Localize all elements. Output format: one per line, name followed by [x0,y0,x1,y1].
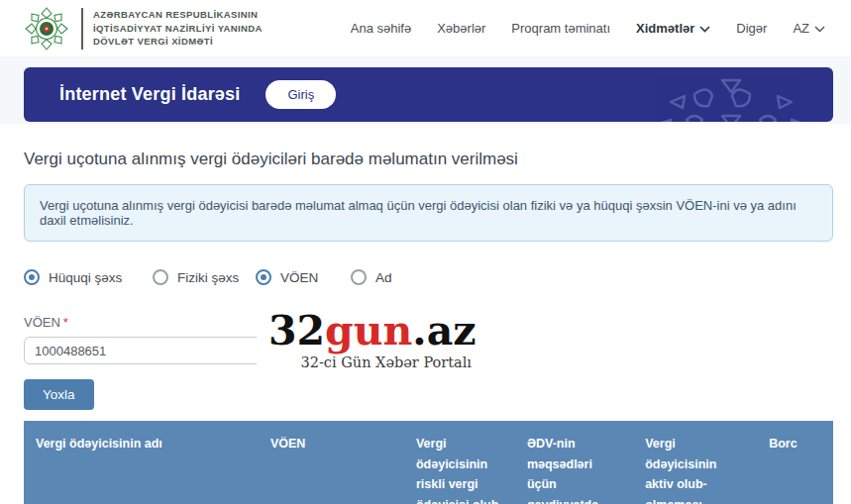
col-voen: VÖEN [259,421,404,504]
nav-services[interactable]: Xidmətlər [636,21,710,36]
col-risky-status: Vergi ödəyicisinin riskli vergi ödəyicis… [404,421,515,504]
check-button[interactable]: Yoxla [24,379,94,410]
col-debt: Borc [757,421,833,504]
table-header-row: Vergi ödəyicisinin adı VÖEN Vergi ödəyic… [24,421,833,504]
nav-other[interactable]: Digər [736,21,767,36]
brand-divider [81,8,83,50]
radio-name-circle[interactable] [351,269,367,285]
state-tax-service-emblem-icon [22,4,71,53]
voen-input[interactable] [24,337,267,364]
radio-name[interactable]: Ad [351,269,392,285]
nav-software[interactable]: Proqram təminatı [511,21,610,36]
taxpayer-result-table: Vergi ödəyicisinin adı VÖEN Vergi ödəyic… [24,421,833,504]
watermark-32: 32 [268,307,325,354]
buta-ornament-icon [657,72,805,122]
main-nav: Ana səhifə Xəbərlər Proqram təminatı Xid… [351,21,825,36]
page-title: Vergi uçotuna alınmış vergi ödəyiciləri … [24,150,833,169]
login-button[interactable]: Giriş [266,80,336,109]
nav-news-label: Xəbərlər [437,21,485,36]
nav-home-label: Ana səhifə [351,21,411,36]
radio-physical-person[interactable]: Fiziki şəxs [153,269,256,285]
org-name: AZƏRBAYCAN RESPUBLİKASININ İQTİSADİYYAT … [93,8,263,49]
nav-language-label: AZ [793,21,809,36]
main-content: Vergi uçotuna alınmış vergi ödəyiciləri … [0,150,851,504]
radio-physical-person-label: Fiziki şəxs [177,270,239,285]
org-name-line1: AZƏRBAYCAN RESPUBLİKASININ [93,8,263,22]
nav-language[interactable]: AZ [793,21,825,36]
nav-news[interactable]: Xəbərlər [437,21,485,36]
search-type-radios: Hüquqi şəxs Fiziki şəxs VÖEN Ad [24,269,833,285]
chevron-down-icon [814,26,825,33]
info-box: Vergi uçotuna alınmış vergi ödəyicisi ba… [24,184,833,242]
nav-home[interactable]: Ana səhifə [351,21,411,36]
required-asterisk: * [63,315,68,330]
top-header: AZƏRBAYCAN RESPUBLİKASININ İQTİSADİYYAT … [0,0,851,56]
nav-software-label: Proqram təminatı [511,21,610,36]
radio-voen-circle[interactable] [256,269,271,285]
hero-strip: İnternet Vergi İdarəsi Giriş [0,56,851,124]
chevron-down-icon [699,26,710,33]
news-portal-watermark: 32gun.az 32-ci Gün Xəbər Portalı [257,303,487,374]
radio-voen-label: VÖEN [280,270,318,285]
col-taxpayer-name: Vergi ödəyicisinin adı [24,421,259,504]
col-vat-registration: ƏDV-nin məqsədləri üçün qeydiyyatda olub… [515,421,633,504]
org-name-line2: İQTİSADİYYAT NAZİRLİYİ YANINDA [93,22,263,36]
radio-legal-entity[interactable]: Hüquqi şəxs [24,269,153,285]
watermark-subtitle: 32-ci Gün Xəbər Portalı [268,354,476,370]
brand: AZƏRBAYCAN RESPUBLİKASININ İQTİSADİYYAT … [22,4,263,53]
watermark-az: .az [412,307,476,354]
nav-services-label: Xidmətlər [636,21,694,36]
watermark-gun: gun [325,307,412,354]
radio-voen[interactable]: VÖEN [256,269,351,285]
radio-legal-entity-label: Hüquqi şəxs [49,270,122,285]
watermark-logo: 32gun.az [268,309,476,353]
voen-label-text: VÖEN [24,315,60,330]
radio-legal-entity-circle[interactable] [24,269,40,285]
internet-tax-office-title: İnternet Vergi İdarəsi [59,84,240,105]
org-name-line3: DÖVLƏT VERGİ XİDMƏTİ [93,35,263,49]
radio-physical-person-circle[interactable] [153,269,168,285]
internet-tax-office-bar: İnternet Vergi İdarəsi Giriş [24,67,833,122]
nav-other-label: Digər [736,21,767,36]
radio-name-label: Ad [375,270,392,285]
col-active-status: Vergi ödəyicisinin aktiv olub-olmaması [633,421,757,504]
